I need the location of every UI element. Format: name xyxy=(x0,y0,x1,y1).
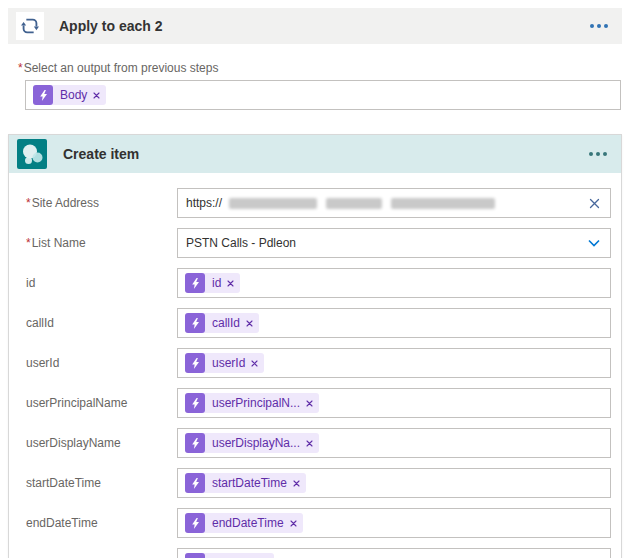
apply-to-each-loop-icon xyxy=(16,12,44,40)
dynamic-content-icon xyxy=(185,473,205,493)
field-row-userprincipalname: userPrincipalNameuserPrincipalN... xyxy=(26,388,611,418)
field-row-startdatetime: startDateTimestartDateTime xyxy=(26,468,611,498)
input-value: https:// xyxy=(186,196,222,210)
dynamic-content-token[interactable]: Body xyxy=(33,85,106,105)
field-row-enddatetime: endDateTimeendDateTime xyxy=(26,508,611,538)
dynamic-content-token[interactable]: startDateTime xyxy=(185,473,306,493)
remove-token-icon[interactable] xyxy=(305,440,319,447)
create-item-card: Create item *Site Addresshttps://*List N… xyxy=(8,134,622,558)
startdatetime-input[interactable]: startDateTime xyxy=(177,468,611,498)
dynamic-content-icon xyxy=(185,433,205,453)
token-label: Body xyxy=(53,88,92,102)
dynamic-content-token[interactable]: callId xyxy=(185,313,259,333)
dynamic-content-token[interactable]: id xyxy=(185,273,240,293)
field-row-site-address: *Site Addresshttps:// xyxy=(26,188,611,218)
sharepoint-icon xyxy=(17,139,47,169)
remove-token-icon[interactable] xyxy=(245,320,259,327)
remove-token-icon[interactable] xyxy=(289,520,303,527)
enddatetime-input[interactable]: endDateTime xyxy=(177,508,611,538)
token-label: id xyxy=(205,276,226,290)
token-label: userDisplayNa... xyxy=(205,436,305,450)
remove-token-icon[interactable] xyxy=(92,92,106,99)
dynamic-content-token[interactable]: duration xyxy=(185,553,274,558)
remove-token-icon[interactable] xyxy=(226,280,240,287)
select-output-section: *Select an output from previous steps Bo… xyxy=(18,61,621,110)
dynamic-content-icon xyxy=(185,393,205,413)
field-label-list-name: *List Name xyxy=(26,236,177,250)
create-item-header[interactable]: Create item xyxy=(9,135,621,173)
dynamic-content-token[interactable]: userDisplayNa... xyxy=(185,433,319,453)
id-input[interactable]: id xyxy=(177,268,611,298)
field-row-callid: callIdcallId xyxy=(26,308,611,338)
create-item-more-menu-icon[interactable] xyxy=(589,148,607,160)
field-label-enddatetime: endDateTime xyxy=(26,516,177,530)
dynamic-content-token[interactable]: endDateTime xyxy=(185,513,303,533)
field-label-userid: userId xyxy=(26,356,177,370)
apply-to-each-more-menu-icon[interactable] xyxy=(590,20,608,32)
remove-token-icon[interactable] xyxy=(292,480,306,487)
dynamic-content-token[interactable]: userId xyxy=(185,353,264,373)
duration-input[interactable]: duration xyxy=(177,548,611,558)
token-label: startDateTime xyxy=(205,476,292,490)
required-asterisk: * xyxy=(26,196,31,210)
callid-input[interactable]: callId xyxy=(177,308,611,338)
userid-input[interactable]: userId xyxy=(177,348,611,378)
token-label: endDateTime xyxy=(205,516,289,530)
field-label-callid: callId xyxy=(26,316,177,330)
field-row-list-name: *List NamePSTN Calls - Pdleon xyxy=(26,228,611,258)
redacted-text xyxy=(326,198,382,209)
chevron-down-icon[interactable] xyxy=(586,237,602,249)
remove-token-icon[interactable] xyxy=(305,400,319,407)
redacted-text xyxy=(391,198,495,209)
dropdown-selected-value: PSTN Calls - Pdleon xyxy=(186,236,296,250)
field-label-userdisplayname: userDisplayName xyxy=(26,436,177,450)
dynamic-content-icon xyxy=(33,85,53,105)
userprincipalname-input[interactable]: userPrincipalN... xyxy=(177,388,611,418)
required-asterisk: * xyxy=(26,236,31,250)
apply-to-each-title: Apply to each 2 xyxy=(59,18,162,34)
dynamic-content-icon xyxy=(185,513,205,533)
field-row-userid: userIduserId xyxy=(26,348,611,378)
required-asterisk: * xyxy=(18,61,23,75)
field-label-id: id xyxy=(26,276,177,290)
redacted-text xyxy=(229,198,317,209)
field-row-id: idid xyxy=(26,268,611,298)
dynamic-content-token[interactable]: userPrincipalN... xyxy=(185,393,319,413)
field-label-startdatetime: startDateTime xyxy=(26,476,177,490)
userdisplayname-input[interactable]: userDisplayNa... xyxy=(177,428,611,458)
remove-token-icon[interactable] xyxy=(250,360,264,367)
list-name-dropdown[interactable]: PSTN Calls - Pdleon xyxy=(177,228,611,258)
create-item-body: *Site Addresshttps://*List NamePSTN Call… xyxy=(9,173,621,558)
apply-to-each-header[interactable]: Apply to each 2 xyxy=(8,8,622,44)
select-output-label: *Select an output from previous steps xyxy=(18,61,621,75)
dynamic-content-icon xyxy=(185,273,205,293)
token-label: userPrincipalN... xyxy=(205,396,305,410)
dynamic-content-icon xyxy=(185,353,205,373)
field-row-duration: durationduration xyxy=(26,548,611,558)
dynamic-content-icon xyxy=(185,553,205,558)
field-row-userdisplayname: userDisplayNameuserDisplayNa... xyxy=(26,428,611,458)
select-output-input[interactable]: Body xyxy=(25,80,621,110)
field-label-site-address: *Site Address xyxy=(26,196,177,210)
token-label: callId xyxy=(205,316,245,330)
field-label-userprincipalname: userPrincipalName xyxy=(26,396,177,410)
create-item-title: Create item xyxy=(63,146,139,162)
token-label: userId xyxy=(205,356,250,370)
clear-input-icon[interactable] xyxy=(587,196,602,211)
dynamic-content-icon xyxy=(185,313,205,333)
site-address-input[interactable]: https:// xyxy=(177,188,611,218)
